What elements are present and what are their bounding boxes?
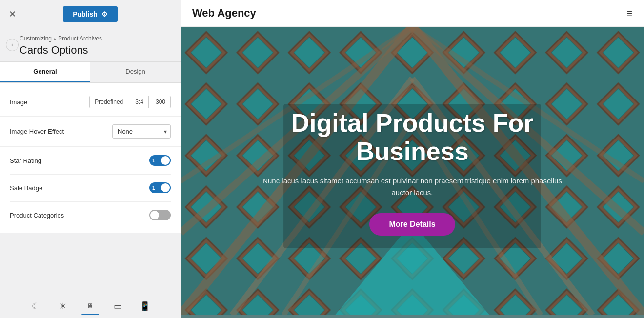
hover-effect-dropdown-wrapper: None Zoom Fade Slide (112, 124, 171, 139)
toggle-on-number: 1 (152, 158, 155, 163)
hover-effect-label: Image Hover Effect (10, 128, 64, 135)
setting-row-hover-effect: Image Hover Effect None Zoom Fade Slide (0, 117, 181, 147)
left-panel: ✕ Publish ⚙ ‹ Customizing ▸ Product Arch… (0, 0, 181, 318)
toggle-knob (161, 156, 170, 165)
site-title: Web Agency (192, 7, 256, 20)
product-categories-label: Product Categories (10, 212, 64, 219)
setting-row-image: Image Predefined 3:4 300 (0, 88, 181, 117)
sale-badge-toggle[interactable]: 1 (149, 182, 171, 193)
hero-section: Digital Products For Business Nunc lacus… (181, 27, 644, 318)
hero-background: Digital Products For Business Nunc lacus… (181, 27, 644, 318)
hero-cta-button[interactable]: More Details (369, 213, 455, 236)
moon-icon[interactable]: ☾ (27, 298, 44, 315)
sun-icon[interactable]: ☀ (54, 298, 72, 315)
tab-design[interactable]: Design (90, 62, 181, 82)
tabs-row: General Design (0, 62, 181, 83)
top-bar: ✕ Publish ⚙ (0, 0, 181, 28)
hero-subtitle: Nunc lacus lacus sitamet accumsan est pu… (261, 175, 564, 199)
panel-scroll-area: General Design Image Predefined 3:4 300 … (0, 62, 181, 294)
star-rating-label: Star Rating (10, 157, 41, 164)
breadcrumb-parent: Product Archives (58, 35, 102, 42)
page-title: Cards Options (20, 44, 171, 57)
breadcrumb-root: Customizing (20, 35, 52, 42)
star-rating-toggle[interactable]: 1 (149, 155, 171, 166)
breadcrumb: Customizing ▸ Product Archives (20, 35, 171, 42)
product-categories-toggle[interactable] (149, 210, 171, 220)
publish-button[interactable]: Publish ⚙ (63, 6, 118, 22)
mobile-icon[interactable]: 📱 (136, 298, 154, 315)
hamburger-icon[interactable]: ≡ (626, 8, 632, 19)
image-predefined-btn[interactable]: Predefined (90, 96, 128, 108)
preview-area: Web Agency ≡ (181, 0, 644, 318)
image-label: Image (10, 99, 27, 106)
image-ratio-btn[interactable]: 3:4 (130, 96, 149, 108)
hero-content: Digital Products For Business Nunc lacus… (242, 90, 583, 255)
gear-icon: ⚙ (101, 10, 108, 18)
back-button[interactable]: ‹ (6, 39, 19, 51)
breadcrumb-section: ‹ Customizing ▸ Product Archives Cards O… (0, 28, 181, 62)
toggle-knob-3 (150, 211, 159, 219)
tablet-icon[interactable]: ▭ (109, 298, 126, 315)
desktop-icon[interactable]: 🖥 (81, 298, 99, 315)
tab-general[interactable]: General (0, 62, 90, 82)
image-size-btn[interactable]: 300 (151, 96, 170, 108)
sale-badge-label: Sale Badge (10, 184, 42, 192)
toggle-knob-2 (161, 183, 170, 192)
bottom-toolbar: ☾ ☀ 🖥 ▭ 📱 (0, 294, 181, 318)
breadcrumb-arrow: ▸ (54, 36, 56, 41)
hero-title: Digital Products For Business (261, 109, 564, 165)
setting-row-star-rating: Star Rating 1 (0, 147, 181, 174)
preview-header: Web Agency ≡ (181, 0, 644, 27)
settings-area: Image Predefined 3:4 300 Image Hover Eff… (0, 83, 181, 233)
close-icon: ✕ (9, 9, 16, 20)
publish-label: Publish (73, 10, 98, 18)
back-icon: ‹ (11, 41, 13, 48)
hover-effect-dropdown[interactable]: None Zoom Fade Slide (112, 124, 171, 139)
setting-row-product-categories: Product Categories (0, 202, 181, 228)
toggle-on-number-2: 1 (152, 185, 155, 191)
close-button[interactable]: ✕ (5, 7, 20, 21)
setting-row-sale-badge: Sale Badge 1 (0, 175, 181, 201)
image-control: Predefined 3:4 300 (89, 96, 171, 108)
